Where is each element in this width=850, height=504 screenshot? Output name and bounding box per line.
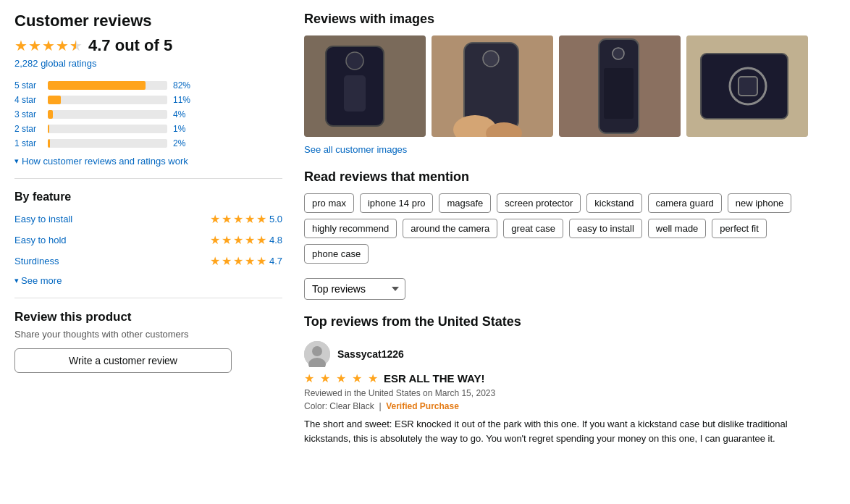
star-bar-3[interactable]: 3 star 4%	[14, 109, 282, 119]
review-images-row	[304, 35, 836, 137]
svg-point-18	[312, 346, 322, 356]
tag-new-iphone[interactable]: new iphone	[728, 193, 792, 213]
star-1-icon: ★	[14, 37, 28, 54]
review-image-1[interactable]	[304, 35, 426, 137]
see-all-images-link[interactable]: See all customer images	[304, 144, 836, 155]
see-more-link[interactable]: ▾ See more	[14, 275, 282, 286]
sort-select[interactable]: Top reviews Most recent Top critical	[304, 278, 405, 300]
bar-fill-5	[48, 81, 146, 90]
share-text: Share your thoughts with other customers	[14, 329, 282, 340]
feat-star-icon: ★	[245, 233, 255, 247]
feat-star-icon: ★	[233, 254, 243, 268]
svg-rect-16	[739, 77, 757, 96]
how-reviews-link[interactable]: ▾ How customer reviews and ratings work	[14, 156, 282, 167]
feat-star-icon: ★	[222, 233, 232, 247]
bar-track-3	[48, 110, 167, 119]
star-bar-1[interactable]: 1 star 2%	[14, 138, 282, 148]
chevron-down-icon: ▾	[14, 276, 19, 285]
feat-star-icon: ★	[222, 212, 232, 226]
star-bar-4-label: 4 star	[14, 95, 42, 105]
overall-rating-row: ★ ★ ★ ★ 4.7 out of 5	[14, 36, 282, 55]
feature-name-install[interactable]: Easy to install	[14, 214, 101, 224]
review-image-4[interactable]	[686, 35, 808, 137]
tag-phone-case[interactable]: phone case	[304, 244, 369, 264]
feature-stars-hold: ★ ★ ★ ★ ★	[210, 233, 266, 247]
star-4-icon: ★	[56, 37, 69, 54]
star-2-icon: ★	[28, 37, 41, 54]
feature-name-hold[interactable]: Easy to hold	[14, 235, 101, 245]
feature-easy-to-hold: Easy to hold ★ ★ ★ ★ ★ 4.8	[14, 233, 282, 247]
bar-track-2	[48, 125, 167, 133]
global-ratings[interactable]: 2,282 global ratings	[14, 58, 282, 69]
svg-point-2	[346, 52, 363, 70]
tag-highly-recommend[interactable]: highly recommend	[304, 219, 397, 238]
review-product-title: Review this product	[14, 310, 282, 324]
star-bar-2[interactable]: 2 star 1%	[14, 124, 282, 134]
feature-stars-sturdiness: ★ ★ ★ ★ ★	[210, 254, 266, 268]
feature-score-install: 5.0	[269, 214, 282, 224]
tag-around-the-camera[interactable]: around the camera	[403, 219, 497, 238]
star-bar-5[interactable]: 5 star 82%	[14, 80, 282, 91]
reviewer-row: Sassycat1226	[304, 341, 836, 367]
review-card-1: Sassycat1226 ★ ★ ★ ★ ★ ESR ALL THE WAY! …	[304, 341, 836, 445]
tag-kickstand[interactable]: kickstand	[586, 193, 641, 213]
bar-pct-2: 1%	[173, 124, 193, 134]
bar-track-5	[48, 81, 167, 90]
feat-star-icon: ★	[233, 212, 243, 226]
bar-pct-5: 82%	[173, 80, 193, 91]
tag-camera-guard[interactable]: camera guard	[648, 193, 722, 213]
svg-point-6	[483, 51, 499, 67]
feat-star-icon: ★	[256, 212, 266, 226]
star-3-icon: ★	[42, 37, 55, 54]
chevron-down-icon: ▾	[14, 156, 19, 166]
tag-perfect-fit[interactable]: perfect fit	[712, 219, 766, 238]
bar-fill-2	[48, 125, 49, 133]
tag-easy-to-install[interactable]: easy to install	[569, 219, 642, 238]
feature-stars-install: ★ ★ ★ ★ ★	[210, 212, 266, 226]
tags-container: pro max iphone 14 pro magsafe screen pro…	[304, 193, 836, 264]
star-bars-container: 5 star 82% 4 star 11% 3 star 4%	[14, 80, 282, 148]
feat-star-icon: ★	[245, 212, 255, 226]
tag-iphone-14-pro[interactable]: iphone 14 pro	[360, 193, 434, 213]
review-image-2[interactable]	[432, 35, 553, 137]
star-bar-3-label: 3 star	[14, 109, 42, 119]
review-star-3-icon: ★	[336, 371, 346, 385]
divider-2	[14, 298, 282, 298]
star-bar-4[interactable]: 4 star 11%	[14, 95, 282, 105]
top-reviews-title: Top reviews from the United States	[304, 314, 836, 329]
bar-fill-1	[48, 139, 50, 148]
tag-pro-max[interactable]: pro max	[304, 193, 354, 213]
write-review-button[interactable]: Write a customer review	[14, 348, 232, 373]
reviewer-name: Sassycat1226	[337, 348, 404, 360]
feat-star-icon: ★	[210, 233, 220, 247]
star-bar-5-label: 5 star	[14, 80, 42, 91]
right-column: Reviews with images	[304, 12, 836, 460]
star-bar-2-label: 2 star	[14, 124, 42, 134]
tag-magsafe[interactable]: magsafe	[439, 193, 491, 213]
by-feature-title: By feature	[14, 190, 282, 203]
separator: |	[376, 401, 386, 411]
review-image-3[interactable]	[559, 35, 681, 137]
feat-star-icon: ★	[233, 233, 243, 247]
bar-fill-4	[48, 96, 61, 104]
feature-easy-to-install: Easy to install ★ ★ ★ ★ ★ 5.0	[14, 212, 282, 226]
review-meta: Reviewed in the United States on March 1…	[304, 388, 836, 398]
feat-star-icon: ★	[256, 254, 266, 268]
bar-pct-4: 11%	[173, 95, 193, 105]
review-stars-row: ★ ★ ★ ★ ★ ESR ALL THE WAY!	[304, 371, 836, 385]
feature-name-sturdiness[interactable]: Sturdiness	[14, 256, 101, 266]
bar-track-4	[48, 96, 167, 104]
svg-rect-3	[344, 75, 366, 112]
review-star-2-icon: ★	[320, 371, 330, 385]
feat-star-icon: ★	[256, 233, 266, 247]
tag-great-case[interactable]: great case	[503, 219, 563, 238]
tag-well-made[interactable]: well made	[648, 219, 707, 238]
overall-stars: ★ ★ ★ ★	[14, 37, 83, 54]
bar-pct-1: 2%	[173, 138, 193, 148]
tag-screen-protector[interactable]: screen protector	[497, 193, 581, 213]
customer-reviews-title: Customer reviews	[14, 12, 282, 30]
feat-star-icon: ★	[210, 254, 220, 268]
reviews-images-title: Reviews with images	[304, 12, 836, 27]
review-color-row: Color: Clear Black | Verified Purchase	[304, 401, 836, 411]
feat-star-icon: ★	[210, 212, 220, 226]
